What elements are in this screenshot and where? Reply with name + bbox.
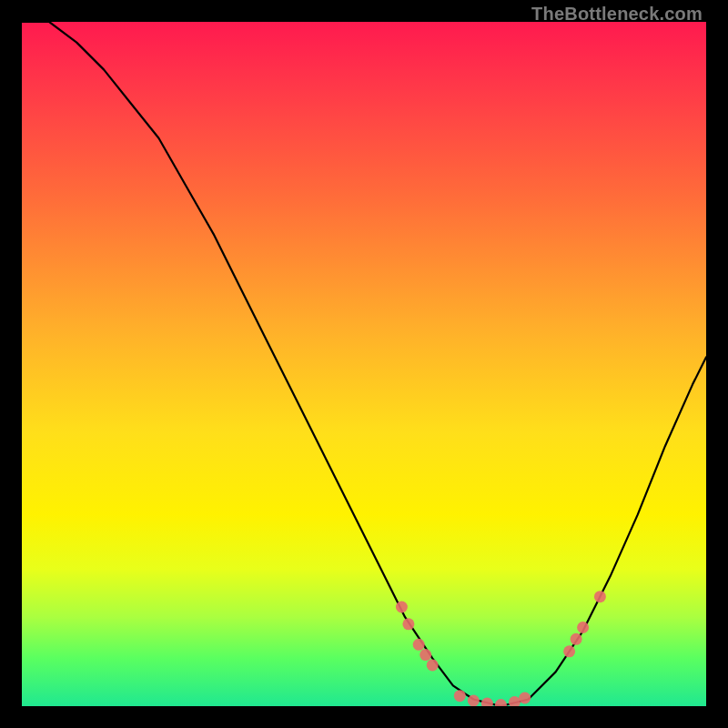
attribution-text: TheBottleneck.com [531,4,703,25]
curve-marker [468,695,480,707]
curve-marker [396,602,408,613]
curve-marker [563,645,575,657]
curve-marker [577,622,589,633]
curve-marker [427,659,439,671]
curve-marker [481,698,493,707]
chart-frame: TheBottleneck.com [0,0,728,728]
curve-marker [594,591,606,602]
curve-layer [22,22,706,706]
curve-marker [413,639,425,651]
curve-marker [402,618,414,630]
curve-marker [509,696,521,706]
curve-marker [519,693,531,704]
curve-marker [420,649,431,661]
curve-marker [495,699,507,706]
curve-marker [454,690,466,702]
plot-area [22,22,706,706]
curve-marker [571,633,582,645]
curve-markers [396,591,606,706]
bottleneck-curve [22,22,706,706]
